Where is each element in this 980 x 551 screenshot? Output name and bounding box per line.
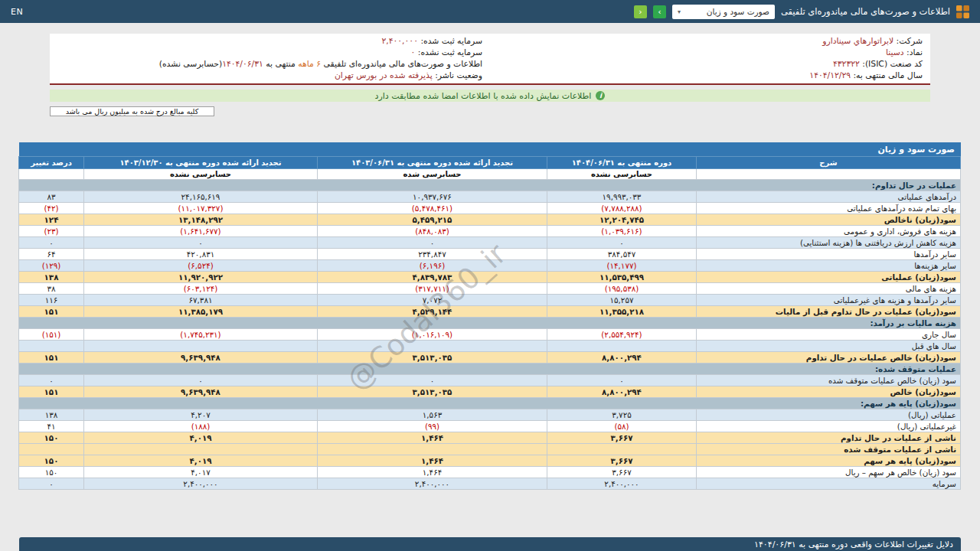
section-header-label: سود(زیان) پایه هر سهم: <box>19 398 961 409</box>
col-header-period3: تجدید ارائه شده دوره منتهی به ۱۴۰۳/۱۲/۳۰ <box>84 157 318 169</box>
value-change: ۴۱ <box>19 421 84 432</box>
amounts-unit-note: کلیه مبالغ درج شده به میلیون ریال می باش… <box>50 106 214 116</box>
value-change: ۱۲۴ <box>19 214 84 226</box>
statement-row: سود(زیان) پایه هر سهم۳,۶۶۷۱,۴۶۴۴,۰۱۹۱۵۰ <box>19 455 961 467</box>
value-period1: ۱۹,۹۹۳,۰۳۳ <box>547 191 697 203</box>
page: { "colors": { "navbar_bg": "#2a4d68", "t… <box>0 0 980 551</box>
statement-row: سود(زیان) ناخالص۱۲,۲۰۴,۷۴۵۵,۴۵۹,۲۱۵۱۳,۱۴… <box>19 214 961 226</box>
prev-statement-button[interactable]: ‹ <box>634 5 647 18</box>
value-period2: (۵,۴۷۸,۴۶۱) <box>318 203 547 214</box>
value-period2: ۱,۴۶۴ <box>318 467 547 478</box>
chevron-down-icon: ▾ <box>678 8 681 15</box>
value-period1: ۱۱,۳۵۵,۲۱۸ <box>547 306 697 318</box>
income-statement-table: شرح دوره منتهی به ۱۴۰۴/۰۶/۳۱ تجدید ارائه… <box>18 156 961 490</box>
value-period2: (۳۱۷,۷۱۱) <box>318 283 547 295</box>
signature-match-notice: i اطلاعات نمایش داده شده با اطلاعات امضا… <box>50 90 930 102</box>
value-period3: ۰ <box>84 375 318 386</box>
row-label: سرمایه <box>697 478 961 490</box>
actual-changes-reasons-bar[interactable]: دلایل تغییرات اطلاعات واقعی دوره منتهی ب… <box>19 537 961 551</box>
statement-row: ناشی از عملیات متوقف شده <box>19 444 961 455</box>
statement-row: درآمدهای عملیاتی۱۹,۹۹۳,۰۳۳۱۰,۹۳۷,۶۷۶۲۴,۱… <box>19 191 961 203</box>
statement-row: سود(زیان) خالص عملیات در حال تداوم۸,۸۰۰,… <box>19 352 961 364</box>
value-change: ۰ <box>19 375 84 386</box>
company-info-row: کد صنعت (ISIC): ۴۳۲۳۲۲اطلاعات و صورت‌های… <box>50 58 930 70</box>
codal360-logo-icon <box>956 5 969 18</box>
value-period2: ۲۳۴,۸۴۷ <box>318 249 547 260</box>
row-label: هزینه های فروش، اداری و عمومی <box>697 226 961 237</box>
value-period2 <box>318 341 547 352</box>
next-statement-button[interactable]: › <box>653 5 666 18</box>
value-change: ۱۵۰ <box>19 467 84 478</box>
section-header-label: هزینه مالیات بر درآمد: <box>19 318 961 329</box>
col-header-change: درصد تغییر <box>19 157 84 169</box>
row-label: سود(زیان) عملیاتی <box>697 272 961 283</box>
statement-row: غیرعملیاتی (ریال)(۵۸)(۹۹)(۱۸۸)۴۱ <box>19 421 961 432</box>
value-period1: (۷,۷۸۸,۲۸۸) <box>547 203 697 214</box>
value-period1: ۸,۸۰۰,۲۹۴ <box>547 386 697 398</box>
statement-row: سایر درآمدها و هزینه های غیرعملیاتی۱۵,۲۵… <box>19 295 961 306</box>
section-header-row: عملیات متوقف شده: <box>19 364 961 375</box>
value-period3: (۱,۷۴۵,۲۳۱) <box>84 329 318 341</box>
value-change: (۱۲۹) <box>19 260 84 272</box>
section-header-label: عملیات متوقف شده: <box>19 364 961 375</box>
value-change: ۰ <box>19 237 84 249</box>
value-period1: ۳,۶۶۷ <box>547 455 697 467</box>
top-navbar: اطلاعات و صورت‌های مالی میاندوره‌ای تلفی… <box>0 0 980 23</box>
value-period2: ۱,۴۶۴ <box>318 432 547 444</box>
row-label: هزینه های مالی <box>697 283 961 295</box>
section-header-row: عملیات در حال تداوم: <box>19 180 961 191</box>
value-period3: ۹,۶۳۹,۹۴۸ <box>84 386 318 398</box>
value-period3: ۴,۰۱۷ <box>84 467 318 478</box>
income-statement-panel: صورت سود و زیان شرح دوره منتهی به ۱۴۰۴/۰… <box>19 142 961 490</box>
section-header-row: سود(زیان) پایه هر سهم: <box>19 398 961 409</box>
value-period1: (۲,۵۵۴,۹۲۴) <box>547 329 697 341</box>
value-period2: ۷,۰۷۲ <box>318 295 547 306</box>
row-label: سال جاری <box>697 329 961 341</box>
value-period3: (۱,۶۴۱,۶۷۷) <box>84 226 318 237</box>
value-change: ۰ <box>19 478 84 490</box>
statement-row: سود (زیان) خالص هر سهم – ریال۳,۶۶۷۱,۴۶۴۴… <box>19 467 961 478</box>
company-info-panel: شرکت: لابراتوارهاي سيناداروسرمایه ثبت شد… <box>50 34 930 85</box>
value-period1: (۱,۰۳۹,۶۱۶) <box>547 226 697 237</box>
row-label: سال های قبل <box>697 341 961 352</box>
value-period1: ۱۱,۵۳۵,۴۹۹ <box>547 272 697 283</box>
page-title: اطلاعات و صورت‌های مالی میاندوره‌ای تلفی… <box>781 6 950 17</box>
company-info-cell: شرکت: لابراتوارهاي سينادارو <box>490 35 930 47</box>
value-change: ۱۱۶ <box>19 295 84 306</box>
company-info-cell: سرمایه ثبت نشده: ۰ <box>50 47 490 58</box>
value-period1: ۱۲,۲۰۴,۷۴۵ <box>547 214 697 226</box>
section-header-row: هزینه مالیات بر درآمد: <box>19 318 961 329</box>
row-label: ناشی از عملیات در حال تداوم <box>697 432 961 444</box>
value-period3: ۰ <box>84 237 318 249</box>
value-change: ۸۳ <box>19 191 84 203</box>
row-label: سود(زیان) عملیات در حال تداوم قبل از مال… <box>697 306 961 318</box>
statement-row: بهای تمام شده درآمدهای عملیاتی(۷,۷۸۸,۲۸۸… <box>19 203 961 214</box>
value-period3: (۶,۵۲۴) <box>84 260 318 272</box>
table-subheader-row: حسابرسی نشده حسابرسی شده حسابرسی نشده <box>19 169 961 180</box>
row-label: عملیاتی (ریال) <box>697 409 961 421</box>
value-change: ۱۵۰ <box>19 455 84 467</box>
value-period3: ۶۷,۳۸۱ <box>84 295 318 306</box>
subheader-period1-audit: حسابرسی نشده <box>547 169 697 180</box>
row-label: سود (زیان) خالص عملیات متوقف شده <box>697 375 961 386</box>
statement-row: عملیاتی (ریال)۳,۷۲۵۱,۵۶۳۴,۲۰۷۱۳۸ <box>19 409 961 421</box>
value-change: (۴۲) <box>19 203 84 214</box>
language-toggle-en[interactable]: EN <box>11 7 23 17</box>
value-period2: (۹۹) <box>318 421 547 432</box>
company-info-row: نماد: دسيناسرمایه ثبت نشده: ۰ <box>50 47 930 58</box>
value-period3: ۴,۰۱۹ <box>84 455 318 467</box>
company-info-cell: وضعیت ناشر: پذيرفته شده در بورس تهران <box>50 70 490 81</box>
value-period2 <box>318 444 547 455</box>
value-change: ۱۵۱ <box>19 386 84 398</box>
value-period2: ۲,۴۰۰,۰۰۰ <box>318 478 547 490</box>
value-period1: ۳۸۴,۵۴۷ <box>547 249 697 260</box>
value-period2: (۸۴۸,۰۸۳) <box>318 226 547 237</box>
statement-row: ناشی از عملیات در حال تداوم۳,۶۶۷۱,۴۶۴۴,۰… <box>19 432 961 444</box>
value-period1: ۰ <box>547 375 697 386</box>
row-label: سود(زیان) ناخالص <box>697 214 961 226</box>
value-change: ۶۴ <box>19 249 84 260</box>
value-period1: ۱۵,۲۵۷ <box>547 295 697 306</box>
statement-row: هزینه های مالی(۱۹۵,۵۳۸)(۳۱۷,۷۱۱)(۶۰۳,۱۲۴… <box>19 283 961 295</box>
value-period2: ۰ <box>318 237 547 249</box>
statement-type-select[interactable]: صورت سود و زیان ▾ <box>672 5 775 19</box>
